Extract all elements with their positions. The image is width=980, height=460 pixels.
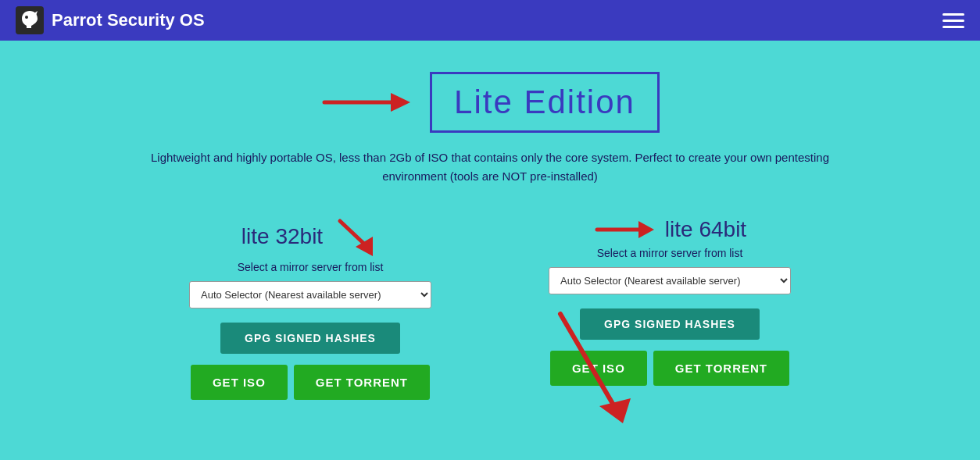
svg-marker-3 <box>391 93 410 112</box>
edition-32bit-title: lite 32bit <box>241 224 323 249</box>
arrow-right-icon <box>320 87 414 118</box>
download-section-32bit: lite 32bit Select a mirror server from l… <box>177 217 443 400</box>
svg-marker-7 <box>638 221 654 238</box>
page-header: Parrot Security OS <box>0 0 980 41</box>
svg-marker-9 <box>599 398 631 423</box>
site-title: Parrot Security OS <box>52 10 205 30</box>
action-buttons-64bit: GET ISO GET TORRENT <box>550 351 789 386</box>
lite-edition-description: Lightweight and highly portable OS, less… <box>138 148 842 186</box>
get-torrent-button-64bit[interactable]: GET TORRENT <box>653 351 789 386</box>
mirror-select-32bit[interactable]: Auto Selector (Nearest available server) <box>189 281 431 308</box>
mirror-select-64bit[interactable]: Auto Selector (Nearest available server) <box>549 267 791 294</box>
arrow-right-to-64bit-icon <box>593 218 656 241</box>
lite-edition-section: Lite Edition <box>320 72 660 133</box>
parrot-logo-icon <box>16 6 44 34</box>
get-iso-button-64bit[interactable]: GET ISO <box>550 351 647 386</box>
main-content: Lite Edition Lightweight and highly port… <box>0 41 980 431</box>
mirror-label-32bit: Select a mirror server from list <box>238 261 384 273</box>
lite-edition-title: Lite Edition <box>430 72 660 133</box>
get-iso-button-32bit[interactable]: GET ISO <box>191 365 288 400</box>
get-torrent-button-32bit[interactable]: GET TORRENT <box>294 365 430 400</box>
gpg-button-32bit[interactable]: GPG SIGNED HASHES <box>220 323 400 354</box>
download-options: lite 32bit Select a mirror server from l… <box>60 217 920 400</box>
edition-64bit-title-row: lite 64bit <box>593 217 746 242</box>
svg-point-1 <box>25 16 28 19</box>
arrow-down-left-icon <box>332 217 379 256</box>
mirror-label-64bit: Select a mirror server from list <box>597 247 743 259</box>
download-section-64bit: lite 64bit Select a mirror server from l… <box>537 217 803 400</box>
edition-32bit-title-row: lite 32bit <box>241 217 379 256</box>
header-left: Parrot Security OS <box>16 6 205 34</box>
gpg-button-64bit[interactable]: GPG SIGNED HASHES <box>580 308 760 340</box>
action-buttons-32bit: GET ISO GET TORRENT <box>191 365 430 400</box>
edition-64bit-title: lite 64bit <box>665 217 746 242</box>
menu-button[interactable] <box>942 13 964 28</box>
